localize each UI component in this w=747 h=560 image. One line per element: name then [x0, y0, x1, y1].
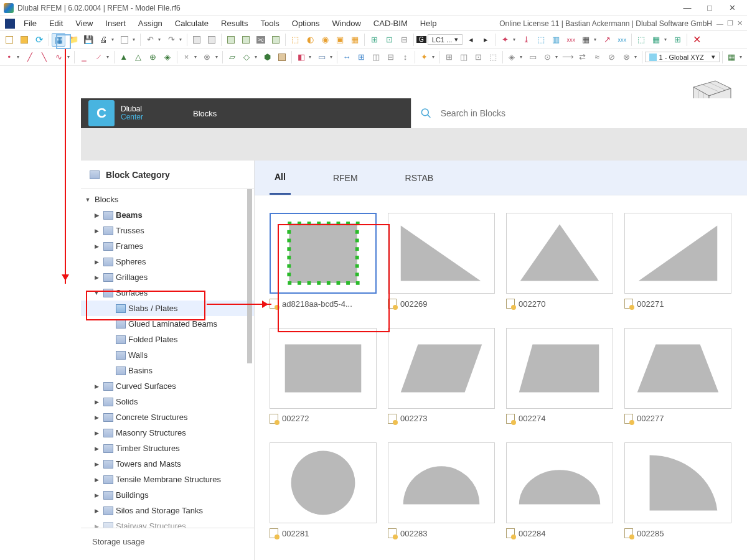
- tab-rstab[interactable]: RSTAB: [400, 162, 439, 194]
- load7-icon[interactable]: ↗: [600, 33, 614, 47]
- load4-icon[interactable]: ▥: [549, 33, 563, 47]
- tree-item-timber[interactable]: ▶Timber Structures: [81, 441, 254, 456]
- load5-icon[interactable]: xxx: [564, 33, 578, 47]
- tree-item-glulam[interactable]: Glued Laminated Beams: [81, 316, 254, 332]
- ext5-icon[interactable]: ⊗: [619, 50, 632, 64]
- hin2-icon[interactable]: ⊗: [200, 50, 214, 64]
- tree-item-slabs-plates[interactable]: Slabs / Plates: [81, 301, 254, 316]
- tile[interactable]: 002284: [506, 442, 613, 543]
- sel1-icon[interactable]: ⬚: [288, 33, 302, 47]
- dim1-icon[interactable]: ↔: [340, 50, 353, 64]
- surf3-icon[interactable]: ⬢: [261, 50, 274, 64]
- new-icon[interactable]: [2, 33, 16, 47]
- save-icon[interactable]: 📁: [67, 33, 80, 47]
- loadcase-pill[interactable]: G: [416, 36, 426, 43]
- line2-icon[interactable]: ╲: [38, 50, 51, 64]
- mem1-icon[interactable]: ⎯: [77, 50, 90, 64]
- script-icon[interactable]: >c: [254, 33, 268, 47]
- grid1-icon[interactable]: ⊞: [443, 50, 456, 64]
- mem2-icon[interactable]: ⟋: [92, 50, 105, 64]
- tree-item-basins[interactable]: Basins: [81, 363, 254, 378]
- sidebar-scrollbar[interactable]: [245, 189, 254, 528]
- search-input[interactable]: [441, 108, 738, 118]
- table1-icon[interactable]: [190, 33, 204, 47]
- close-button[interactable]: ✕: [721, 3, 743, 12]
- node-icon[interactable]: •: [2, 50, 16, 64]
- reload-icon[interactable]: ⟳: [32, 33, 46, 47]
- tile-thumb[interactable]: [270, 328, 377, 409]
- tile-thumb[interactable]: [270, 442, 377, 523]
- redo-icon[interactable]: ↷: [164, 33, 178, 47]
- tree-item-spheres[interactable]: ▶Spheres: [81, 254, 254, 269]
- tree-item-frames[interactable]: ▶Frames: [81, 238, 254, 254]
- tree-item-masonry[interactable]: ▶Masonry Structures: [81, 425, 254, 441]
- tile-thumb[interactable]: [388, 442, 495, 523]
- tile-thumb[interactable]: [624, 328, 731, 409]
- box-icon[interactable]: ▭: [526, 50, 539, 64]
- mdi-restore-icon[interactable]: ❐: [725, 19, 735, 27]
- tree-item-stairway[interactable]: ▶Stairway Structures: [81, 518, 254, 528]
- set1-icon[interactable]: ✦: [418, 50, 431, 64]
- tree-item-silos[interactable]: ▶Silos and Storage Tanks: [81, 503, 254, 518]
- view1-icon[interactable]: ⊞: [367, 33, 381, 47]
- line1-icon[interactable]: ╱: [23, 50, 36, 64]
- tree-item-curved[interactable]: ▶Curved Surfaces: [81, 378, 254, 394]
- calc3-icon[interactable]: [269, 33, 283, 47]
- loadcase-combo[interactable]: LC1 ...▾: [428, 34, 463, 45]
- next-icon[interactable]: ▸: [479, 33, 492, 47]
- dim5-icon[interactable]: ↕: [398, 50, 411, 64]
- print-icon[interactable]: 🖨: [96, 33, 110, 47]
- menu-results[interactable]: Results: [215, 19, 254, 28]
- view3-icon[interactable]: ⊟: [397, 33, 411, 47]
- menu-assign[interactable]: Assign: [132, 19, 169, 28]
- tile[interactable]: 002285: [624, 442, 731, 543]
- grid3-icon[interactable]: ⊡: [472, 50, 485, 64]
- dim2-icon[interactable]: ⊞: [355, 50, 368, 64]
- ext3-icon[interactable]: ≈: [590, 50, 603, 64]
- tile-thumb[interactable]: [388, 213, 495, 294]
- hin1-icon[interactable]: ×: [180, 50, 193, 64]
- tile-thumb[interactable]: [624, 442, 731, 523]
- tab-rfem[interactable]: RFEM: [328, 162, 363, 194]
- ext4-icon[interactable]: ⊘: [605, 50, 618, 64]
- sol2-icon[interactable]: ▭: [315, 50, 328, 64]
- coord-system-combo[interactable]: 1 - Global XYZ ▾: [645, 52, 720, 62]
- dim4-icon[interactable]: ⊟: [384, 50, 397, 64]
- tile[interactable]: 002277: [624, 328, 731, 428]
- load1-icon[interactable]: ✦: [498, 33, 512, 47]
- view2-icon[interactable]: ⊡: [382, 33, 396, 47]
- sel3-icon[interactable]: ◉: [318, 33, 332, 47]
- tile[interactable]: ad8218aa-bcd5-4...: [270, 213, 377, 313]
- grid2-icon[interactable]: ◫: [457, 50, 470, 64]
- ext2-icon[interactable]: ⇄: [576, 50, 589, 64]
- tree-root[interactable]: ▼Blocks: [81, 192, 254, 207]
- cam-icon[interactable]: ⊙: [540, 50, 553, 64]
- menu-view[interactable]: View: [69, 19, 99, 28]
- tree-item-walls[interactable]: Walls: [81, 347, 254, 363]
- sup2-icon[interactable]: △: [132, 50, 145, 64]
- sup3-icon[interactable]: ⊕: [146, 50, 159, 64]
- load11-icon[interactable]: ⊞: [670, 33, 684, 47]
- tree-item-beams[interactable]: ▶Beams: [81, 207, 254, 223]
- red-x-icon[interactable]: ✕: [690, 33, 703, 47]
- tile[interactable]: 002283: [388, 442, 495, 543]
- tile-thumb[interactable]: [270, 213, 377, 294]
- load9-icon[interactable]: ⬚: [634, 33, 648, 47]
- tile-thumb[interactable]: [388, 328, 495, 409]
- calc1-icon[interactable]: [224, 33, 238, 47]
- menu-cadbim[interactable]: CAD-BIM: [367, 19, 414, 28]
- sel5-icon[interactable]: ▦: [348, 33, 362, 47]
- menu-edit[interactable]: Edit: [43, 19, 69, 28]
- load6-icon[interactable]: ▦: [579, 33, 593, 47]
- save2-icon[interactable]: 💾: [82, 33, 95, 47]
- tile[interactable]: 002281: [270, 442, 377, 543]
- tree-item-trusses[interactable]: ▶Trusses: [81, 223, 254, 238]
- sel2-icon[interactable]: ◐: [303, 33, 317, 47]
- load3-icon[interactable]: ⬚: [534, 33, 548, 47]
- prev-icon[interactable]: ◂: [464, 33, 477, 47]
- ext1-icon[interactable]: ⟶: [561, 50, 575, 64]
- menu-calculate[interactable]: Calculate: [169, 19, 215, 28]
- tile-thumb[interactable]: [506, 213, 613, 294]
- load8-icon[interactable]: xxx: [615, 33, 629, 47]
- tree-item-folded[interactable]: Folded Plates: [81, 332, 254, 347]
